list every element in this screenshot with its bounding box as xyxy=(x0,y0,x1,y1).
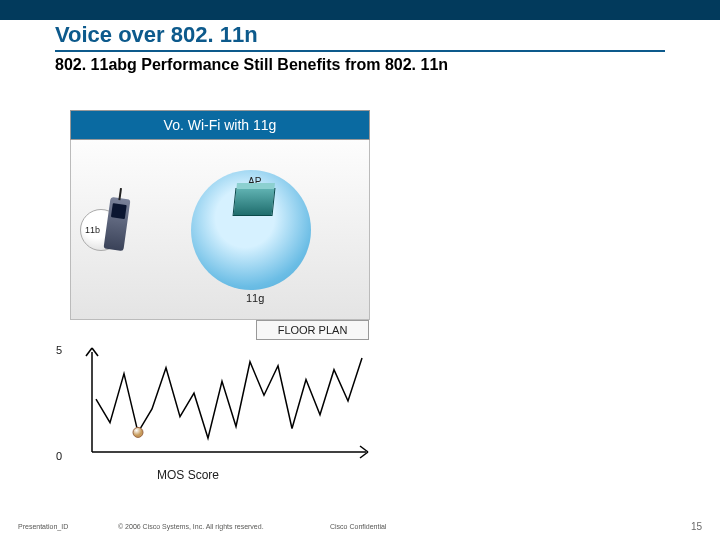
floorplan-label: FLOOR PLAN xyxy=(256,320,369,340)
coverage-label-11g: 11g xyxy=(246,292,264,304)
svg-line-4 xyxy=(360,446,368,452)
phone-label-11b: 11b xyxy=(85,225,100,235)
chart-xlabel: MOS Score xyxy=(157,468,219,482)
footer-confidential: Cisco Confidential xyxy=(330,523,386,530)
chart-ytick-0: 0 xyxy=(56,450,62,462)
svg-line-5 xyxy=(360,452,368,458)
wifi-panel: Vo. Wi-Fi with 11g AP 11g 11b xyxy=(70,110,370,320)
access-point-icon xyxy=(233,188,276,216)
slide-title: Voice over 802. 11n xyxy=(55,22,258,48)
panel-body: AP 11g 11b xyxy=(70,140,370,320)
title-divider xyxy=(55,50,665,52)
phone-icon xyxy=(103,197,130,251)
svg-line-1 xyxy=(86,348,92,356)
page-number: 15 xyxy=(691,521,702,532)
svg-point-6 xyxy=(133,427,143,437)
slide-subtitle: 802. 11abg Performance Still Benefits fr… xyxy=(55,56,448,74)
footer-presentation-id: Presentation_ID xyxy=(18,523,68,530)
mos-chart xyxy=(70,344,370,460)
panel-header: Vo. Wi-Fi with 11g xyxy=(70,110,370,140)
footer-copyright: © 2006 Cisco Systems, Inc. All rights re… xyxy=(118,523,264,530)
top-bar xyxy=(0,0,720,20)
chart-ytick-5: 5 xyxy=(56,344,62,356)
svg-line-2 xyxy=(92,348,98,356)
